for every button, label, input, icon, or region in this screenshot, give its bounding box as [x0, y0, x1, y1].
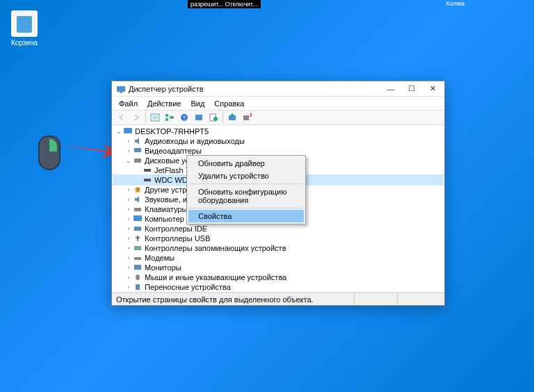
ctx-refresh-hw[interactable]: Обновить конфигурацию оборудования — [188, 186, 304, 206]
minimize-button[interactable]: — — [380, 82, 401, 96]
statusbar: Открытие страницы свойств для выделенног… — [112, 293, 444, 305]
tree-ctrl-storage[interactable]: ›Контроллеры запоминающих устройств — [113, 243, 443, 253]
svg-rect-2 — [117, 86, 125, 92]
drive-icon — [143, 176, 152, 184]
portable-icon — [133, 283, 143, 291]
recycle-bin[interactable]: Корзина — [7, 10, 42, 47]
tool-help-icon[interactable]: ? — [177, 111, 191, 124]
svg-rect-32 — [136, 284, 140, 290]
menu-file[interactable]: Файл — [115, 98, 142, 109]
tree-ctrl-ide[interactable]: ›Контроллеры IDE — [113, 224, 443, 234]
separator — [222, 112, 223, 123]
status-cell-3 — [397, 293, 440, 305]
taskbar-hint-a: разрешит... Отключит... — [188, 0, 261, 8]
annotation-mouse-icon — [38, 136, 60, 170]
usb-icon — [133, 234, 143, 243]
menu-view[interactable]: Вид — [186, 98, 209, 109]
svg-text:✕: ✕ — [249, 113, 252, 119]
computer-icon — [123, 127, 133, 136]
tree-modems[interactable]: ›Модемы — [113, 253, 443, 263]
display-icon — [133, 147, 143, 155]
toolbar: ? ✕ — [112, 110, 444, 125]
ctx-remove-device[interactable]: Удалить устройство — [188, 170, 304, 182]
svg-rect-21 — [144, 169, 151, 172]
tree-mice[interactable]: ›Мыши и иные указывающие устройства — [113, 272, 443, 282]
controller-icon — [133, 224, 143, 233]
maximize-button[interactable]: ☐ — [401, 82, 422, 96]
sound-icon — [133, 195, 143, 204]
titlebar[interactable]: Диспетчер устройств — ☐ ✕ — [112, 81, 444, 97]
context-menu: Обновить драйвер Удалить устройство Обно… — [186, 155, 306, 224]
svg-text:?: ? — [136, 188, 139, 193]
svg-rect-27 — [134, 227, 141, 231]
svg-text:?: ? — [183, 115, 186, 121]
separator — [189, 208, 303, 209]
svg-rect-6 — [165, 114, 168, 117]
menu-action[interactable]: Действие — [143, 98, 185, 109]
tool-tree-icon[interactable] — [163, 111, 177, 124]
taskbar-hint-b: Холма — [446, 0, 464, 7]
menubar: Файл Действие Вид Справка — [112, 97, 444, 110]
svg-rect-7 — [165, 118, 168, 121]
ctx-update-driver[interactable]: Обновить драйвер — [188, 157, 304, 170]
tool-show-hidden[interactable] — [148, 111, 162, 124]
tree-video[interactable]: ›Видеоадаптеры — [113, 146, 443, 156]
recycle-bin-icon — [11, 10, 38, 37]
close-button[interactable]: ✕ — [422, 82, 443, 96]
tool-uninstall-icon[interactable]: ✕ — [240, 111, 254, 124]
svg-rect-30 — [134, 265, 141, 270]
svg-rect-14 — [229, 115, 236, 120]
tool-scan-icon[interactable] — [192, 111, 206, 124]
svg-point-13 — [213, 117, 218, 121]
svg-rect-22 — [144, 179, 151, 181]
svg-rect-29 — [134, 257, 141, 260]
tree-audio[interactable]: ›Аудиовходы и аудиовыходы — [113, 136, 443, 146]
mouse-icon — [133, 273, 143, 281]
svg-rect-25 — [134, 208, 141, 211]
keyboard-icon — [133, 205, 143, 213]
separator — [145, 112, 146, 123]
svg-rect-8 — [170, 116, 174, 119]
window-title: Диспетчер устройств — [129, 85, 380, 93]
svg-rect-18 — [124, 128, 132, 133]
forward-button — [129, 111, 143, 124]
tree-ctrl-usb[interactable]: ›Контроллеры USB — [113, 234, 443, 243]
svg-rect-5 — [152, 115, 158, 120]
other-icon: ? — [133, 186, 143, 194]
svg-marker-15 — [230, 113, 234, 115]
app-icon — [116, 84, 126, 94]
disk-icon — [133, 156, 143, 165]
status-cell-2 — [354, 293, 397, 305]
drive-icon — [143, 166, 152, 174]
svg-rect-26 — [134, 215, 142, 221]
ctx-properties[interactable]: Свойства — [188, 210, 304, 222]
modem-icon — [133, 254, 143, 262]
svg-rect-28 — [134, 246, 141, 250]
audio-icon — [133, 137, 143, 145]
tool-update-icon[interactable] — [225, 111, 239, 124]
svg-rect-11 — [195, 115, 202, 120]
svg-rect-20 — [134, 158, 141, 163]
storage-icon — [133, 244, 143, 252]
menu-help[interactable]: Справка — [210, 98, 248, 109]
status-text: Открытие страницы свойств для выделенног… — [116, 295, 354, 304]
tree-root[interactable]: ⌄DESKTOP-7RHHPT5 — [113, 126, 443, 136]
tool-properties-icon[interactable] — [207, 111, 220, 124]
svg-point-31 — [136, 275, 140, 280]
tree-monitors[interactable]: ›Мониторы — [113, 263, 443, 272]
recycle-bin-label: Корзина — [7, 39, 42, 47]
monitor-icon — [133, 263, 143, 272]
separator — [189, 183, 303, 184]
svg-rect-16 — [243, 115, 249, 120]
svg-rect-19 — [134, 148, 141, 152]
pc-icon — [133, 215, 143, 223]
svg-rect-3 — [120, 92, 122, 93]
tree-portable[interactable]: ›Переносные устройства — [113, 282, 443, 292]
back-button — [115, 111, 129, 124]
